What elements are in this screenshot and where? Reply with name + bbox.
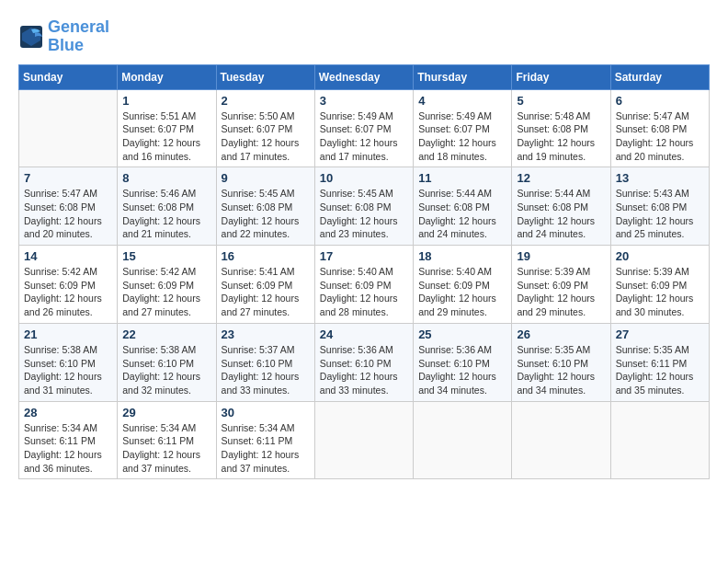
- calendar-cell: 1Sunrise: 5:51 AM Sunset: 6:07 PM Daylig…: [118, 89, 216, 167]
- calendar-cell: 30Sunrise: 5:34 AM Sunset: 6:11 PM Dayli…: [216, 401, 314, 479]
- day-info: Sunrise: 5:47 AM Sunset: 6:08 PM Dayligh…: [24, 187, 112, 241]
- day-number: 17: [320, 249, 408, 263]
- weekday-header-friday: Friday: [512, 64, 610, 89]
- calendar-cell: 9Sunrise: 5:45 AM Sunset: 6:08 PM Daylig…: [216, 167, 314, 246]
- day-number: 14: [24, 249, 112, 263]
- calendar-table: SundayMondayTuesdayWednesdayThursdayFrid…: [18, 64, 710, 480]
- day-info: Sunrise: 5:40 AM Sunset: 6:09 PM Dayligh…: [320, 265, 408, 319]
- day-info: Sunrise: 5:39 AM Sunset: 6:09 PM Dayligh…: [517, 265, 605, 319]
- day-info: Sunrise: 5:46 AM Sunset: 6:08 PM Dayligh…: [122, 187, 210, 241]
- day-number: 8: [122, 171, 210, 185]
- day-number: 9: [222, 171, 310, 185]
- day-number: 28: [24, 406, 112, 419]
- calendar-cell: 17Sunrise: 5:40 AM Sunset: 6:09 PM Dayli…: [314, 246, 413, 324]
- calendar-cell: 25Sunrise: 5:36 AM Sunset: 6:10 PM Dayli…: [414, 323, 512, 401]
- day-number: 10: [320, 171, 408, 185]
- calendar-cell: [19, 89, 118, 167]
- calendar-cell: 12Sunrise: 5:44 AM Sunset: 6:08 PM Dayli…: [512, 167, 610, 246]
- weekday-header-sunday: Sunday: [19, 64, 118, 89]
- calendar-cell: 27Sunrise: 5:35 AM Sunset: 6:11 PM Dayli…: [610, 323, 709, 401]
- calendar-cell: 20Sunrise: 5:39 AM Sunset: 6:09 PM Dayli…: [610, 246, 709, 324]
- calendar-cell: 21Sunrise: 5:38 AM Sunset: 6:10 PM Dayli…: [19, 323, 118, 401]
- day-info: Sunrise: 5:38 AM Sunset: 6:10 PM Dayligh…: [122, 343, 210, 397]
- day-number: 29: [122, 406, 210, 419]
- calendar-cell: 22Sunrise: 5:38 AM Sunset: 6:10 PM Dayli…: [118, 323, 216, 401]
- day-number: 26: [517, 327, 605, 341]
- day-number: 11: [418, 171, 506, 185]
- day-number: 4: [418, 94, 506, 108]
- logo: General Blue: [18, 18, 109, 55]
- calendar-cell: 13Sunrise: 5:43 AM Sunset: 6:08 PM Dayli…: [610, 167, 709, 246]
- day-info: Sunrise: 5:45 AM Sunset: 6:08 PM Dayligh…: [222, 187, 310, 241]
- calendar-cell: 2Sunrise: 5:50 AM Sunset: 6:07 PM Daylig…: [216, 89, 314, 167]
- day-info: Sunrise: 5:47 AM Sunset: 6:08 PM Dayligh…: [616, 109, 704, 164]
- day-number: 25: [418, 327, 506, 341]
- day-number: 18: [418, 249, 506, 263]
- day-info: Sunrise: 5:42 AM Sunset: 6:09 PM Dayligh…: [24, 265, 112, 319]
- day-number: 3: [320, 94, 408, 108]
- day-info: Sunrise: 5:35 AM Sunset: 6:10 PM Dayligh…: [517, 343, 605, 397]
- day-number: 23: [222, 327, 310, 341]
- weekday-header-tuesday: Tuesday: [216, 64, 314, 89]
- day-info: Sunrise: 5:38 AM Sunset: 6:10 PM Dayligh…: [24, 343, 112, 397]
- day-number: 22: [122, 327, 210, 341]
- calendar-cell: [512, 401, 610, 479]
- day-info: Sunrise: 5:34 AM Sunset: 6:11 PM Dayligh…: [122, 421, 210, 476]
- day-number: 6: [616, 94, 704, 108]
- calendar-cell: [314, 401, 413, 479]
- day-info: Sunrise: 5:37 AM Sunset: 6:10 PM Dayligh…: [222, 343, 310, 397]
- day-info: Sunrise: 5:50 AM Sunset: 6:07 PM Dayligh…: [222, 109, 310, 164]
- day-number: 20: [616, 249, 704, 263]
- calendar-cell: 11Sunrise: 5:44 AM Sunset: 6:08 PM Dayli…: [414, 167, 512, 246]
- day-number: 1: [122, 94, 210, 108]
- calendar-cell: 10Sunrise: 5:45 AM Sunset: 6:08 PM Dayli…: [314, 167, 413, 246]
- day-info: Sunrise: 5:34 AM Sunset: 6:11 PM Dayligh…: [24, 421, 112, 476]
- calendar-cell: 28Sunrise: 5:34 AM Sunset: 6:11 PM Dayli…: [19, 401, 118, 479]
- calendar-cell: 3Sunrise: 5:49 AM Sunset: 6:07 PM Daylig…: [314, 89, 413, 167]
- day-number: 2: [222, 94, 310, 108]
- day-number: 5: [517, 94, 605, 108]
- weekday-header-saturday: Saturday: [610, 64, 709, 89]
- day-info: Sunrise: 5:35 AM Sunset: 6:11 PM Dayligh…: [616, 343, 704, 397]
- day-info: Sunrise: 5:42 AM Sunset: 6:09 PM Dayligh…: [122, 265, 210, 319]
- day-info: Sunrise: 5:36 AM Sunset: 6:10 PM Dayligh…: [320, 343, 408, 397]
- calendar-cell: [610, 401, 709, 479]
- calendar-cell: 29Sunrise: 5:34 AM Sunset: 6:11 PM Dayli…: [118, 401, 216, 479]
- weekday-header-monday: Monday: [118, 64, 216, 89]
- day-info: Sunrise: 5:51 AM Sunset: 6:07 PM Dayligh…: [122, 109, 210, 164]
- day-info: Sunrise: 5:34 AM Sunset: 6:11 PM Dayligh…: [222, 421, 310, 476]
- day-info: Sunrise: 5:43 AM Sunset: 6:08 PM Dayligh…: [616, 187, 704, 241]
- day-info: Sunrise: 5:36 AM Sunset: 6:10 PM Dayligh…: [418, 343, 506, 397]
- calendar-cell: 26Sunrise: 5:35 AM Sunset: 6:10 PM Dayli…: [512, 323, 610, 401]
- day-number: 13: [616, 171, 704, 185]
- calendar-cell: 23Sunrise: 5:37 AM Sunset: 6:10 PM Dayli…: [216, 323, 314, 401]
- day-info: Sunrise: 5:45 AM Sunset: 6:08 PM Dayligh…: [320, 187, 408, 241]
- weekday-header-wednesday: Wednesday: [314, 64, 413, 89]
- day-info: Sunrise: 5:44 AM Sunset: 6:08 PM Dayligh…: [517, 187, 605, 241]
- day-info: Sunrise: 5:48 AM Sunset: 6:08 PM Dayligh…: [517, 109, 605, 164]
- calendar-cell: 5Sunrise: 5:48 AM Sunset: 6:08 PM Daylig…: [512, 89, 610, 167]
- day-number: 27: [616, 327, 704, 341]
- calendar-cell: 15Sunrise: 5:42 AM Sunset: 6:09 PM Dayli…: [118, 246, 216, 324]
- day-number: 24: [320, 327, 408, 341]
- day-number: 30: [222, 406, 310, 419]
- day-info: Sunrise: 5:41 AM Sunset: 6:09 PM Dayligh…: [222, 265, 310, 319]
- weekday-header-thursday: Thursday: [414, 64, 512, 89]
- calendar-cell: [414, 401, 512, 479]
- day-number: 12: [517, 171, 605, 185]
- calendar-cell: 4Sunrise: 5:49 AM Sunset: 6:07 PM Daylig…: [414, 89, 512, 167]
- calendar-cell: 7Sunrise: 5:47 AM Sunset: 6:08 PM Daylig…: [19, 167, 118, 246]
- calendar-cell: 24Sunrise: 5:36 AM Sunset: 6:10 PM Dayli…: [314, 323, 413, 401]
- calendar-cell: 16Sunrise: 5:41 AM Sunset: 6:09 PM Dayli…: [216, 246, 314, 324]
- calendar-cell: 6Sunrise: 5:47 AM Sunset: 6:08 PM Daylig…: [610, 89, 709, 167]
- day-info: Sunrise: 5:40 AM Sunset: 6:09 PM Dayligh…: [418, 265, 506, 319]
- calendar-cell: 19Sunrise: 5:39 AM Sunset: 6:09 PM Dayli…: [512, 246, 610, 324]
- day-number: 7: [24, 171, 112, 185]
- day-number: 19: [517, 249, 605, 263]
- day-number: 16: [222, 249, 310, 263]
- day-info: Sunrise: 5:39 AM Sunset: 6:09 PM Dayligh…: [616, 265, 704, 319]
- calendar-cell: 8Sunrise: 5:46 AM Sunset: 6:08 PM Daylig…: [118, 167, 216, 246]
- day-number: 21: [24, 327, 112, 341]
- day-info: Sunrise: 5:44 AM Sunset: 6:08 PM Dayligh…: [418, 187, 506, 241]
- day-info: Sunrise: 5:49 AM Sunset: 6:07 PM Dayligh…: [320, 109, 408, 164]
